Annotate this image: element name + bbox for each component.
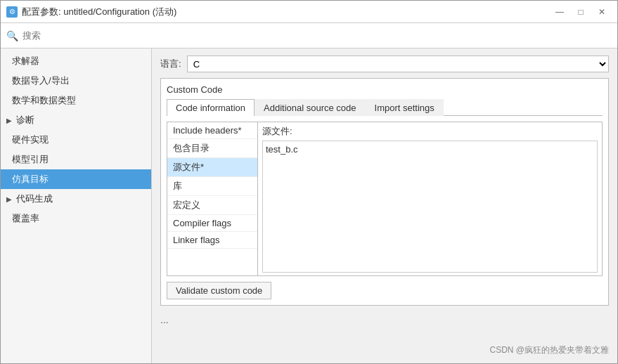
tabs-row: Code information Additional source code …: [167, 99, 603, 116]
sidebar-item-codegen[interactable]: ▶ 代码生成: [1, 189, 151, 209]
sidebar-item-coverage[interactable]: 覆盖率: [1, 209, 151, 228]
code-list-item-include-dir[interactable]: 包含目录: [167, 139, 257, 158]
code-list-item-library[interactable]: 库: [167, 177, 257, 196]
code-list-item-include-headers[interactable]: Include headers*: [167, 122, 257, 139]
main-window: ⚙ 配置参数: untitled/Configuration (活动) — □ …: [0, 0, 618, 364]
language-row: 语言: C: [160, 56, 609, 72]
maximize-button[interactable]: □: [571, 5, 591, 19]
custom-code-title: Custom Code: [167, 84, 603, 95]
sidebar-item-diagnosis[interactable]: ▶ 诊断: [1, 110, 151, 130]
tab-code-information[interactable]: Code information: [167, 99, 255, 116]
sidebar-item-import-export[interactable]: 数据导入/导出: [1, 71, 151, 91]
search-bar: 🔍: [1, 23, 617, 48]
search-icon: 🔍: [6, 30, 18, 41]
code-list-item-macro-def[interactable]: 宏定义: [167, 196, 257, 215]
app-icon: ⚙: [6, 6, 18, 18]
close-button[interactable]: ✕: [592, 5, 612, 19]
sidebar-item-label: 数学和数据类型: [12, 94, 76, 107]
source-files-label: 源文件:: [262, 125, 598, 138]
main-content: 求解器 数据导入/导出 数学和数据类型 ▶ 诊断 硬件实现 模型引用 仿真目标: [1, 48, 617, 363]
right-panel: 语言: C Custom Code Code information Addit…: [152, 48, 617, 363]
sidebar-item-label: 硬件实现: [12, 134, 49, 146]
tab-import-settings[interactable]: Import settings: [366, 99, 444, 116]
title-bar: ⚙ 配置参数: untitled/Configuration (活动) — □ …: [1, 1, 617, 23]
sidebar-item-sim-target[interactable]: 仿真目标: [1, 169, 151, 189]
custom-code-group: Custom Code Code information Additional …: [160, 78, 609, 306]
code-list-item-compiler-flags[interactable]: Compiler flags: [167, 215, 257, 232]
chevron-right-icon: ▶: [6, 195, 12, 203]
lang-label: 语言:: [160, 58, 181, 70]
sidebar-item-model-ref[interactable]: 模型引用: [1, 150, 151, 169]
code-list-item-linker-flags[interactable]: Linker flags: [167, 232, 257, 249]
sidebar-item-label: 代码生成: [16, 193, 53, 205]
chevron-right-icon: ▶: [6, 117, 12, 124]
source-files-panel: 源文件:: [258, 122, 603, 276]
sidebar-item-label: 覆盖率: [12, 212, 39, 225]
lang-select-wrap: C: [187, 56, 609, 72]
title-controls: — □ ✕: [550, 5, 612, 19]
window-title: 配置参数: untitled/Configuration (活动): [22, 6, 176, 18]
minimize-button[interactable]: —: [550, 5, 569, 19]
sidebar-item-math-types[interactable]: 数学和数据类型: [1, 91, 151, 110]
sidebar: 求解器 数据导入/导出 数学和数据类型 ▶ 诊断 硬件实现 模型引用 仿真目标: [1, 48, 152, 363]
title-bar-left: ⚙ 配置参数: untitled/Configuration (活动): [6, 6, 176, 18]
search-input[interactable]: [22, 30, 612, 41]
sidebar-item-label: 仿真目标: [12, 173, 49, 186]
validate-custom-code-button[interactable]: Validate custom code: [167, 282, 271, 299]
sidebar-item-label: 数据导入/导出: [12, 74, 70, 87]
sidebar-item-hardware[interactable]: 硬件实现: [1, 130, 151, 150]
sidebar-item-label: 求解器: [12, 55, 39, 67]
source-files-textarea[interactable]: [262, 141, 598, 273]
sidebar-item-label: 诊断: [16, 114, 34, 126]
tab-additional-source[interactable]: Additional source code: [255, 99, 366, 116]
sidebar-item-label: 模型引用: [12, 153, 49, 166]
code-info-area: Include headers* 包含目录 源文件* 库 宏定义: [167, 122, 603, 276]
watermark: CSDN @疯狂的热爱夹带着文雅: [489, 344, 609, 356]
sidebar-item-solver[interactable]: 求解器: [1, 51, 151, 71]
code-list-item-source-files[interactable]: 源文件*: [167, 158, 257, 177]
language-select[interactable]: C: [187, 56, 609, 72]
code-list: Include headers* 包含目录 源文件* 库 宏定义: [167, 122, 258, 276]
dots-row: ...: [160, 314, 609, 325]
